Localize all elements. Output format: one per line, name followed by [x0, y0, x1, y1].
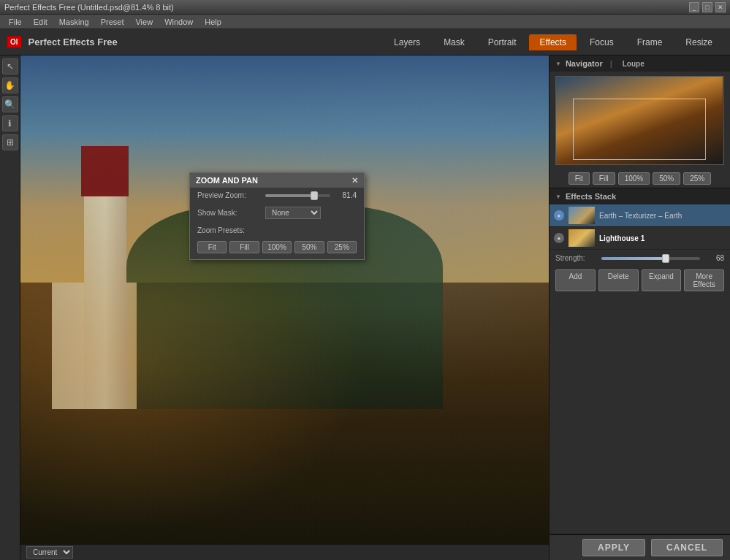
effect-thumbnail-lighthouse — [569, 229, 595, 247]
show-mask-label: Show Mask: — [197, 209, 259, 217]
effect-label-lighthouse: Lighthouse 1 — [599, 234, 726, 242]
canvas-area: ZOOM AND PAN ✕ Preview Zoom: 81.4 Show M… — [20, 55, 549, 560]
window-controls[interactable]: _ □ ✕ — [689, 2, 726, 12]
navigator-zoom-buttons: Fit Fill 100% 50% 25% — [550, 169, 730, 188]
title-bar: Perfect Effects Free (Untitled.psd@81.4%… — [0, 0, 730, 15]
effect-item-lighthouse[interactable]: ● Lighthouse 1 — [550, 227, 730, 250]
navigator-title: Navigator — [566, 59, 603, 68]
effects-stack-collapse-icon[interactable]: ▼ — [555, 193, 561, 200]
navigator-collapse-icon[interactable]: ▼ — [555, 61, 561, 67]
strength-label: Strength: — [555, 254, 596, 262]
menu-file[interactable]: File — [3, 16, 28, 28]
minimize-button[interactable]: _ — [689, 2, 699, 12]
nav-100-button[interactable]: 100% — [618, 172, 650, 185]
delete-effect-button[interactable]: Delete — [598, 269, 639, 291]
tab-resize[interactable]: Resize — [675, 34, 723, 50]
nav-tabs: Layers Mask Portrait Effects Focus Frame… — [384, 34, 723, 50]
preview-zoom-value: 81.4 — [336, 191, 357, 199]
effects-stack-header: ▼ Effects Stack — [550, 188, 730, 204]
apply-cancel-bar: APPLY CANCEL — [550, 534, 730, 560]
nav-fill-button[interactable]: Fill — [593, 172, 615, 185]
menu-edit[interactable]: Edit — [28, 16, 53, 28]
strength-value: 68 — [706, 254, 724, 262]
zoom-pan-dialog: ZOOM AND PAN ✕ Preview Zoom: 81.4 Show M… — [189, 172, 365, 260]
tab-portrait[interactable]: Portrait — [478, 34, 527, 50]
loupe-button[interactable]: Loupe — [623, 60, 645, 68]
canvas-image — [20, 55, 549, 560]
navigator-thumbnail — [556, 77, 723, 164]
tab-mask[interactable]: Mask — [433, 34, 475, 50]
app-name: Perfect Effects Free — [28, 37, 384, 47]
app-logo: OI — [7, 37, 21, 47]
main-area: ↖ ✋ 🔍 ℹ ⊞ ZOOM AND PAN ✕ Preview Zoom: — [0, 55, 730, 560]
zoom-fill-button[interactable]: Fill — [229, 241, 259, 253]
menu-window[interactable]: Window — [159, 16, 199, 28]
menu-bar: File Edit Masking Preset View Window Hel… — [0, 15, 730, 29]
zoom-25-button[interactable]: 25% — [327, 241, 357, 253]
cancel-button[interactable]: CANCEL — [651, 539, 723, 556]
tab-effects[interactable]: Effects — [529, 34, 576, 50]
navigator-viewport-box — [573, 99, 706, 160]
nav-fit-button[interactable]: Fit — [569, 172, 590, 185]
effect-visibility-earth[interactable]: ● — [554, 210, 564, 220]
zoom-preset-buttons: Fit Fill 100% 50% 25% — [190, 238, 364, 259]
tab-frame[interactable]: Frame — [627, 34, 673, 50]
menu-preset[interactable]: Preset — [95, 16, 130, 28]
apply-button[interactable]: APPLY — [582, 539, 645, 556]
nav-25-button[interactable]: 25% — [683, 172, 711, 185]
show-mask-select[interactable]: None Red Grayscale — [265, 207, 321, 219]
expand-effect-button[interactable]: Expand — [642, 269, 682, 291]
effect-visibility-lighthouse[interactable]: ● — [554, 233, 564, 243]
effect-item-earth[interactable]: ● Earth – Texturizer – Earth — [550, 204, 730, 227]
pan-tool[interactable]: ✋ — [2, 77, 18, 93]
zoom-tool[interactable]: 🔍 — [2, 96, 18, 112]
preview-zoom-row: Preview Zoom: 81.4 — [190, 188, 364, 203]
preview-zoom-slider[interactable] — [265, 194, 330, 197]
top-nav: OI Perfect Effects Free Layers Mask Port… — [0, 29, 730, 55]
show-mask-row: Show Mask: None Red Grayscale — [190, 203, 364, 223]
zoom-50-button[interactable]: 50% — [294, 241, 324, 253]
menu-help[interactable]: Help — [199, 16, 227, 28]
zoom-pan-title: ZOOM AND PAN ✕ — [190, 173, 364, 188]
zoom-fit-button[interactable]: Fit — [197, 241, 227, 253]
zoom-100-button[interactable]: 100% — [262, 241, 292, 253]
navigator-section: ▼ Navigator | Loupe Fit Fill 100% 50% 25… — [550, 55, 730, 188]
effect-actions: Add Delete Expand More Effects — [550, 266, 730, 294]
more-effects-button[interactable]: More Effects — [684, 269, 724, 291]
status-select[interactable]: Current — [26, 546, 73, 559]
tab-layers[interactable]: Layers — [384, 34, 430, 50]
left-toolbar: ↖ ✋ 🔍 ℹ ⊞ — [0, 55, 20, 560]
tab-focus[interactable]: Focus — [579, 34, 624, 50]
info-tool[interactable]: ℹ — [2, 115, 18, 131]
effects-stack-title: Effects Stack — [566, 192, 616, 201]
zoom-presets-row: Zoom Presets: — [190, 223, 364, 238]
preview-zoom-label: Preview Zoom: — [197, 191, 259, 199]
menu-masking[interactable]: Masking — [53, 16, 95, 28]
effect-thumbnail-earth — [569, 207, 595, 224]
add-effect-button[interactable]: Add — [555, 269, 596, 291]
canvas-status-bar: Current — [20, 544, 549, 560]
pointer-tool[interactable]: ↖ — [2, 58, 18, 74]
close-button[interactable]: ✕ — [715, 2, 726, 12]
effect-label-earth: Earth – Texturizer – Earth — [599, 212, 726, 220]
zoom-presets-label: Zoom Presets: — [197, 226, 259, 234]
nav-50-button[interactable]: 50% — [653, 172, 680, 185]
navigator-header: ▼ Navigator | Loupe — [550, 55, 730, 72]
zoom-pan-close-button[interactable]: ✕ — [351, 176, 358, 185]
maximize-button[interactable]: □ — [702, 2, 712, 12]
menu-view[interactable]: View — [129, 16, 159, 28]
right-panel: ▼ Navigator | Loupe Fit Fill 100% 50% 25… — [549, 55, 730, 560]
effects-stack-section: ▼ Effects Stack ● Earth – Texturizer – E… — [550, 188, 730, 534]
window-title: Perfect Effects Free (Untitled.psd@81.4%… — [4, 3, 689, 12]
navigator-preview — [555, 76, 724, 165]
layers-tool[interactable]: ⊞ — [2, 134, 18, 150]
strength-row: Strength: 68 — [550, 250, 730, 266]
strength-slider[interactable] — [601, 257, 700, 260]
